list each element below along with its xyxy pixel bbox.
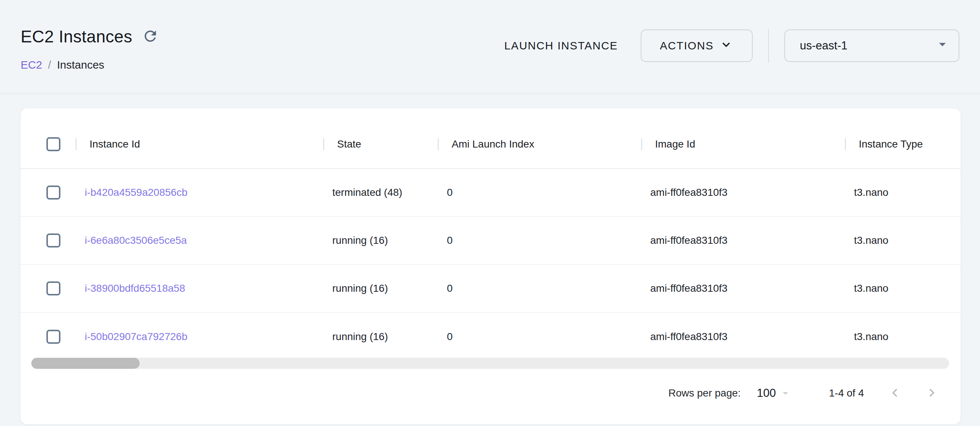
chevron-left-icon <box>887 385 903 402</box>
state-cell: terminated (48) <box>323 187 438 198</box>
page-title: EC2 Instances <box>21 26 132 47</box>
column-header-instance-type[interactable]: Instance Type <box>845 138 961 150</box>
actions-button-label: ACTIONS <box>660 40 714 52</box>
breadcrumb: EC2 / Instances <box>21 58 104 72</box>
breadcrumb-separator: / <box>48 58 51 72</box>
rows-per-page-label: Rows per page: <box>668 387 741 399</box>
state-cell: running (16) <box>323 331 438 343</box>
instances-table-card: Instance Id State Ami Launch Index Image… <box>21 108 961 424</box>
next-page-button[interactable] <box>924 385 940 402</box>
previous-page-button[interactable] <box>887 385 903 402</box>
instance-type-cell: t3.nano <box>845 331 961 343</box>
row-checkbox-cell <box>21 233 76 247</box>
select-all-checkbox[interactable] <box>46 137 60 151</box>
instance-type-cell: t3.nano <box>845 187 961 198</box>
instance-id-link[interactable]: i-6e6a80c3506e5ce5a <box>76 235 323 246</box>
instance-type-cell: t3.nano <box>845 282 961 294</box>
horizontal-scrollbar-track[interactable] <box>31 358 949 369</box>
ami-launch-index-cell: 0 <box>438 187 641 198</box>
toolbar: LAUNCH INSTANCE ACTIONS us-east-1 <box>504 30 959 62</box>
row-checkbox[interactable] <box>46 233 60 247</box>
state-cell: running (16) <box>323 282 438 294</box>
table-row: i-50b02907ca792726b running (16) 0 ami-f… <box>21 313 961 361</box>
state-cell: running (16) <box>323 235 438 246</box>
breadcrumb-current: Instances <box>57 58 104 72</box>
chevron-right-icon <box>924 385 940 402</box>
pagination: Rows per page: 100 1-4 of 4 <box>668 380 940 407</box>
image-id-cell: ami-ff0fea8310f3 <box>641 282 845 294</box>
toolbar-divider <box>768 29 769 63</box>
triangle-down-icon <box>779 386 792 400</box>
triangle-down-icon <box>934 36 951 55</box>
column-header-state[interactable]: State <box>323 138 438 150</box>
row-checkbox[interactable] <box>46 281 60 295</box>
table-row: i-38900bdfd65518a58 running (16) 0 ami-f… <box>21 265 961 313</box>
region-select[interactable]: us-east-1 <box>784 30 959 62</box>
pagination-range-label: 1-4 of 4 <box>829 387 864 399</box>
launch-instance-button[interactable]: LAUNCH INSTANCE <box>504 40 618 52</box>
instance-id-link[interactable]: i-b420a4559a20856cb <box>76 187 323 198</box>
title-row: EC2 Instances <box>21 26 159 47</box>
top-bar: EC2 Instances EC2 / Instances LAUNCH INS… <box>0 0 980 94</box>
ami-launch-index-cell: 0 <box>438 282 641 294</box>
table-row: i-6e6a80c3506e5ce5a running (16) 0 ami-f… <box>21 217 961 265</box>
select-all-cell <box>21 137 76 151</box>
horizontal-scrollbar-thumb[interactable] <box>31 358 140 369</box>
image-id-cell: ami-ff0fea8310f3 <box>641 187 845 198</box>
instance-id-link[interactable]: i-50b02907ca792726b <box>76 331 323 343</box>
image-id-cell: ami-ff0fea8310f3 <box>641 331 845 343</box>
rows-per-page-select[interactable]: 100 <box>757 386 792 400</box>
table-header-row: Instance Id State Ami Launch Index Image… <box>21 120 961 169</box>
ami-launch-index-cell: 0 <box>438 331 641 343</box>
chevron-down-icon <box>719 37 733 54</box>
row-checkbox[interactable] <box>46 185 60 199</box>
row-checkbox-cell <box>21 281 76 295</box>
image-id-cell: ami-ff0fea8310f3 <box>641 235 845 246</box>
column-header-instance-id[interactable]: Instance Id <box>76 138 323 150</box>
column-header-ami-launch-index[interactable]: Ami Launch Index <box>438 138 641 150</box>
actions-button[interactable]: ACTIONS <box>641 30 752 62</box>
breadcrumb-ec2-link[interactable]: EC2 <box>21 58 42 72</box>
row-checkbox-cell <box>21 185 76 199</box>
rows-per-page-value: 100 <box>757 386 776 400</box>
instance-id-link[interactable]: i-38900bdfd65518a58 <box>76 282 323 294</box>
instance-type-cell: t3.nano <box>845 235 961 246</box>
region-select-value: us-east-1 <box>800 39 847 53</box>
row-checkbox[interactable] <box>46 330 60 344</box>
ami-launch-index-cell: 0 <box>438 235 641 246</box>
table-row: i-b420a4559a20856cb terminated (48) 0 am… <box>21 169 961 217</box>
column-header-image-id[interactable]: Image Id <box>641 138 845 150</box>
refresh-icon <box>142 28 159 46</box>
refresh-button[interactable] <box>142 28 159 46</box>
row-checkbox-cell <box>21 330 76 344</box>
